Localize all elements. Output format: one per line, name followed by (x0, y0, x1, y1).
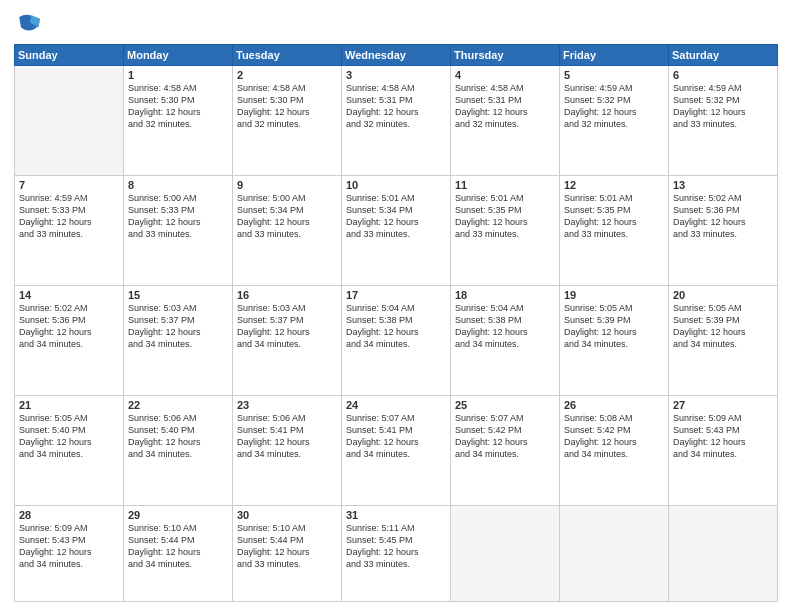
calendar-cell (451, 505, 560, 602)
day-number: 13 (673, 179, 773, 191)
calendar-cell: 30Sunrise: 5:10 AM Sunset: 5:44 PM Dayli… (233, 505, 342, 602)
day-info: Sunrise: 5:09 AM Sunset: 5:43 PM Dayligh… (673, 412, 773, 461)
calendar-cell: 1Sunrise: 4:58 AM Sunset: 5:30 PM Daylig… (124, 66, 233, 176)
day-info: Sunrise: 5:10 AM Sunset: 5:44 PM Dayligh… (128, 522, 228, 571)
day-info: Sunrise: 5:11 AM Sunset: 5:45 PM Dayligh… (346, 522, 446, 571)
day-info: Sunrise: 4:58 AM Sunset: 5:31 PM Dayligh… (455, 82, 555, 131)
day-info: Sunrise: 5:06 AM Sunset: 5:40 PM Dayligh… (128, 412, 228, 461)
weekday-header: Wednesday (342, 45, 451, 66)
day-info: Sunrise: 4:59 AM Sunset: 5:32 PM Dayligh… (564, 82, 664, 131)
day-number: 27 (673, 399, 773, 411)
calendar-cell: 22Sunrise: 5:06 AM Sunset: 5:40 PM Dayli… (124, 395, 233, 505)
day-number: 16 (237, 289, 337, 301)
day-info: Sunrise: 4:59 AM Sunset: 5:33 PM Dayligh… (19, 192, 119, 241)
calendar-cell: 25Sunrise: 5:07 AM Sunset: 5:42 PM Dayli… (451, 395, 560, 505)
day-number: 22 (128, 399, 228, 411)
day-number: 31 (346, 509, 446, 521)
day-number: 5 (564, 69, 664, 81)
day-info: Sunrise: 5:04 AM Sunset: 5:38 PM Dayligh… (455, 302, 555, 351)
day-number: 6 (673, 69, 773, 81)
calendar-cell: 4Sunrise: 4:58 AM Sunset: 5:31 PM Daylig… (451, 66, 560, 176)
day-number: 26 (564, 399, 664, 411)
calendar-cell: 11Sunrise: 5:01 AM Sunset: 5:35 PM Dayli… (451, 175, 560, 285)
day-number: 4 (455, 69, 555, 81)
day-number: 10 (346, 179, 446, 191)
calendar-cell: 27Sunrise: 5:09 AM Sunset: 5:43 PM Dayli… (669, 395, 778, 505)
calendar-cell: 5Sunrise: 4:59 AM Sunset: 5:32 PM Daylig… (560, 66, 669, 176)
day-info: Sunrise: 5:09 AM Sunset: 5:43 PM Dayligh… (19, 522, 119, 571)
calendar-cell: 31Sunrise: 5:11 AM Sunset: 5:45 PM Dayli… (342, 505, 451, 602)
day-number: 19 (564, 289, 664, 301)
calendar-cell: 29Sunrise: 5:10 AM Sunset: 5:44 PM Dayli… (124, 505, 233, 602)
day-info: Sunrise: 4:58 AM Sunset: 5:30 PM Dayligh… (237, 82, 337, 131)
day-info: Sunrise: 5:01 AM Sunset: 5:34 PM Dayligh… (346, 192, 446, 241)
calendar-cell: 17Sunrise: 5:04 AM Sunset: 5:38 PM Dayli… (342, 285, 451, 395)
day-info: Sunrise: 5:07 AM Sunset: 5:42 PM Dayligh… (455, 412, 555, 461)
day-number: 20 (673, 289, 773, 301)
calendar-cell: 20Sunrise: 5:05 AM Sunset: 5:39 PM Dayli… (669, 285, 778, 395)
day-number: 17 (346, 289, 446, 301)
day-number: 24 (346, 399, 446, 411)
calendar-cell: 21Sunrise: 5:05 AM Sunset: 5:40 PM Dayli… (15, 395, 124, 505)
day-number: 7 (19, 179, 119, 191)
calendar-cell: 19Sunrise: 5:05 AM Sunset: 5:39 PM Dayli… (560, 285, 669, 395)
day-number: 21 (19, 399, 119, 411)
calendar-cell: 23Sunrise: 5:06 AM Sunset: 5:41 PM Dayli… (233, 395, 342, 505)
day-info: Sunrise: 5:03 AM Sunset: 5:37 PM Dayligh… (237, 302, 337, 351)
day-number: 30 (237, 509, 337, 521)
calendar-cell: 26Sunrise: 5:08 AM Sunset: 5:42 PM Dayli… (560, 395, 669, 505)
calendar-table: SundayMondayTuesdayWednesdayThursdayFrid… (14, 44, 778, 602)
day-info: Sunrise: 5:03 AM Sunset: 5:37 PM Dayligh… (128, 302, 228, 351)
weekday-header: Friday (560, 45, 669, 66)
day-info: Sunrise: 5:10 AM Sunset: 5:44 PM Dayligh… (237, 522, 337, 571)
day-info: Sunrise: 5:01 AM Sunset: 5:35 PM Dayligh… (564, 192, 664, 241)
day-number: 14 (19, 289, 119, 301)
calendar-page: SundayMondayTuesdayWednesdayThursdayFrid… (0, 0, 792, 612)
day-info: Sunrise: 4:58 AM Sunset: 5:30 PM Dayligh… (128, 82, 228, 131)
day-number: 1 (128, 69, 228, 81)
calendar-cell: 9Sunrise: 5:00 AM Sunset: 5:34 PM Daylig… (233, 175, 342, 285)
calendar-cell: 14Sunrise: 5:02 AM Sunset: 5:36 PM Dayli… (15, 285, 124, 395)
day-info: Sunrise: 5:02 AM Sunset: 5:36 PM Dayligh… (673, 192, 773, 241)
day-number: 11 (455, 179, 555, 191)
day-info: Sunrise: 5:01 AM Sunset: 5:35 PM Dayligh… (455, 192, 555, 241)
calendar-cell: 16Sunrise: 5:03 AM Sunset: 5:37 PM Dayli… (233, 285, 342, 395)
logo (14, 10, 46, 38)
day-info: Sunrise: 5:08 AM Sunset: 5:42 PM Dayligh… (564, 412, 664, 461)
day-number: 9 (237, 179, 337, 191)
day-number: 12 (564, 179, 664, 191)
weekday-header: Thursday (451, 45, 560, 66)
weekday-header: Sunday (15, 45, 124, 66)
calendar-cell: 24Sunrise: 5:07 AM Sunset: 5:41 PM Dayli… (342, 395, 451, 505)
day-number: 28 (19, 509, 119, 521)
logo-icon (14, 10, 42, 38)
header (14, 10, 778, 38)
weekday-header: Saturday (669, 45, 778, 66)
calendar-cell: 28Sunrise: 5:09 AM Sunset: 5:43 PM Dayli… (15, 505, 124, 602)
day-info: Sunrise: 5:05 AM Sunset: 5:39 PM Dayligh… (564, 302, 664, 351)
day-info: Sunrise: 4:58 AM Sunset: 5:31 PM Dayligh… (346, 82, 446, 131)
day-number: 23 (237, 399, 337, 411)
calendar-cell: 15Sunrise: 5:03 AM Sunset: 5:37 PM Dayli… (124, 285, 233, 395)
day-number: 8 (128, 179, 228, 191)
day-info: Sunrise: 5:05 AM Sunset: 5:40 PM Dayligh… (19, 412, 119, 461)
day-info: Sunrise: 5:07 AM Sunset: 5:41 PM Dayligh… (346, 412, 446, 461)
day-info: Sunrise: 5:04 AM Sunset: 5:38 PM Dayligh… (346, 302, 446, 351)
day-number: 15 (128, 289, 228, 301)
calendar-cell: 2Sunrise: 4:58 AM Sunset: 5:30 PM Daylig… (233, 66, 342, 176)
day-number: 3 (346, 69, 446, 81)
calendar-cell (560, 505, 669, 602)
day-number: 18 (455, 289, 555, 301)
calendar-cell: 10Sunrise: 5:01 AM Sunset: 5:34 PM Dayli… (342, 175, 451, 285)
day-info: Sunrise: 5:00 AM Sunset: 5:34 PM Dayligh… (237, 192, 337, 241)
calendar-cell: 8Sunrise: 5:00 AM Sunset: 5:33 PM Daylig… (124, 175, 233, 285)
day-info: Sunrise: 4:59 AM Sunset: 5:32 PM Dayligh… (673, 82, 773, 131)
calendar-cell: 3Sunrise: 4:58 AM Sunset: 5:31 PM Daylig… (342, 66, 451, 176)
day-info: Sunrise: 5:00 AM Sunset: 5:33 PM Dayligh… (128, 192, 228, 241)
day-info: Sunrise: 5:05 AM Sunset: 5:39 PM Dayligh… (673, 302, 773, 351)
calendar-cell: 12Sunrise: 5:01 AM Sunset: 5:35 PM Dayli… (560, 175, 669, 285)
day-info: Sunrise: 5:02 AM Sunset: 5:36 PM Dayligh… (19, 302, 119, 351)
day-number: 29 (128, 509, 228, 521)
weekday-header: Monday (124, 45, 233, 66)
calendar-cell (669, 505, 778, 602)
